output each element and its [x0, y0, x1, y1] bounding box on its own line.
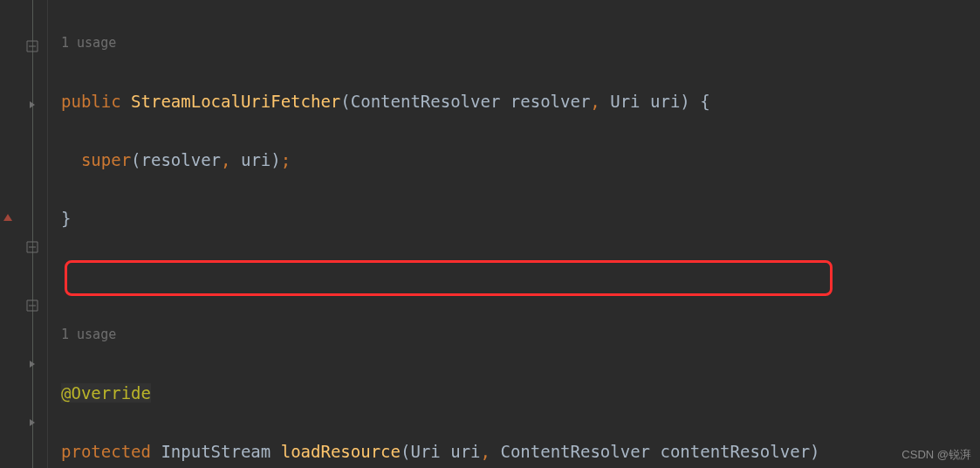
gutter: [0, 0, 48, 468]
collapse-icon[interactable]: [26, 241, 38, 253]
comma: ,: [481, 442, 501, 461]
code-editor[interactable]: 1 usage public StreamLocalUriFetcher(Con…: [0, 0, 980, 468]
paren-close: ): [271, 150, 280, 169]
arg: resolver: [141, 150, 222, 169]
param-name: contentResolver: [660, 442, 810, 461]
usage-hint: 1 usage: [61, 320, 820, 349]
param-name: uri: [450, 442, 480, 461]
collapse-icon[interactable]: [26, 40, 38, 52]
comma: ,: [221, 150, 230, 169]
annotation-override: @Override: [61, 383, 151, 403]
watermark: CSDN @锐湃: [901, 447, 971, 463]
param-type: Uri: [410, 442, 440, 461]
semicolon: ;: [281, 150, 291, 169]
paren-close: ): [810, 442, 819, 461]
paren-open: (: [131, 150, 140, 169]
brace-open: ) {: [680, 92, 709, 111]
override-up-icon[interactable]: [2, 212, 14, 224]
collapse-end-icon[interactable]: [26, 358, 38, 370]
code-line: @Override: [61, 379, 820, 408]
constructor-name: StreamLocalUriFetcher: [131, 92, 340, 111]
comma: ,: [590, 92, 610, 111]
keyword-public: public: [61, 92, 121, 111]
usage-hint: 1 usage: [61, 29, 820, 58]
code-line: protected InputStream loadResource(Uri u…: [61, 437, 820, 466]
code-line: public StreamLocalUriFetcher(ContentReso…: [61, 87, 820, 116]
keyword-super: super: [81, 150, 131, 169]
arg: uri: [241, 150, 271, 169]
blank-line: [61, 263, 820, 292]
collapse-end-icon[interactable]: [26, 416, 38, 429]
keyword-protected: protected: [61, 442, 151, 461]
return-type: InputStream: [161, 442, 271, 461]
param-type: Uri: [610, 92, 640, 111]
code-area[interactable]: 1 usage public StreamLocalUriFetcher(Con…: [61, 0, 820, 468]
param-name: uri: [650, 92, 680, 111]
space: [231, 150, 241, 169]
code-line: super(resolver, uri);: [61, 146, 820, 175]
param-type: ContentResolver: [351, 92, 501, 111]
code-line: }: [61, 204, 820, 233]
collapse-icon[interactable]: [26, 299, 38, 312]
brace-close: }: [61, 209, 71, 228]
param-type: ContentResolver: [500, 442, 650, 461]
param-name: resolver: [511, 92, 591, 111]
method-name: loadResource: [281, 442, 401, 461]
collapse-end-icon[interactable]: [26, 99, 38, 111]
